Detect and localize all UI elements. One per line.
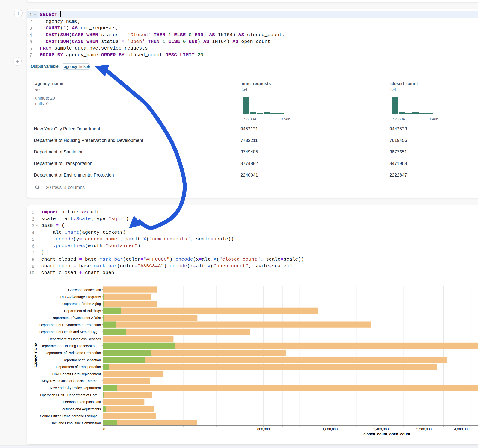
svg-text:Department for the Aging: Department for the Aging — [63, 302, 101, 305]
svg-text:New York City Police Departmen: New York City Police Department — [50, 386, 101, 390]
svg-text:4,000,000: 4,000,000 — [454, 427, 470, 431]
svg-text:3,200,000: 3,200,000 — [416, 427, 432, 431]
svg-text:closed_count, open_count: closed_count, open_count — [363, 432, 410, 436]
svg-text:Operations Unit - Department o: Operations Unit - Department of Hom… — [40, 393, 101, 397]
svg-text:HRA Benefit Card Replacement: HRA Benefit Card Replacement — [52, 372, 101, 376]
svg-text:Mayorâ€ s Office of Special E: Mayorâ€ s Office of Special Enforce… — [42, 379, 101, 383]
svg-text:agency_name: agency_name — [33, 343, 37, 367]
svg-text:Department of Homeless Service: Department of Homeless Services — [48, 337, 101, 341]
svg-text:800,000: 800,000 — [257, 427, 270, 431]
svg-text:Department of Environmental Pr: Department of Environmental Protection — [39, 323, 101, 327]
svg-text:DHS Advantage Programs: DHS Advantage Programs — [60, 295, 101, 299]
svg-text:0: 0 — [103, 427, 105, 431]
svg-text:2,400,000: 2,400,000 — [373, 427, 389, 431]
svg-text:Department of Consumer Affairs: Department of Consumer Affairs — [52, 316, 101, 320]
svg-text:Refunds and Adjustments: Refunds and Adjustments — [62, 407, 101, 411]
svg-text:1,600,000: 1,600,000 — [322, 427, 338, 431]
svg-text:Department of Transportation: Department of Transportation — [56, 365, 101, 369]
svg-text:Department of Parks and Recrea: Department of Parks and Recreation — [45, 351, 101, 355]
svg-text:Senior Citizen Rent Increase E: Senior Citizen Rent Increase Exempti… — [40, 414, 101, 418]
svg-text:Department of Housing Preserva: Department of Housing Preservation … — [41, 344, 101, 348]
svg-text:Department of Health and Menta: Department of Health and Mental Hyg… — [39, 330, 101, 334]
svg-text:Correspondence Unit: Correspondence Unit — [68, 288, 101, 292]
svg-text:Personal Exemption Unit: Personal Exemption Unit — [63, 400, 101, 404]
svg-text:Department of Sanitation: Department of Sanitation — [63, 358, 101, 362]
svg-text:Department of Buildings: Department of Buildings — [64, 309, 101, 313]
svg-text:Taxi and Limousine Commission: Taxi and Limousine Commission — [51, 421, 101, 425]
